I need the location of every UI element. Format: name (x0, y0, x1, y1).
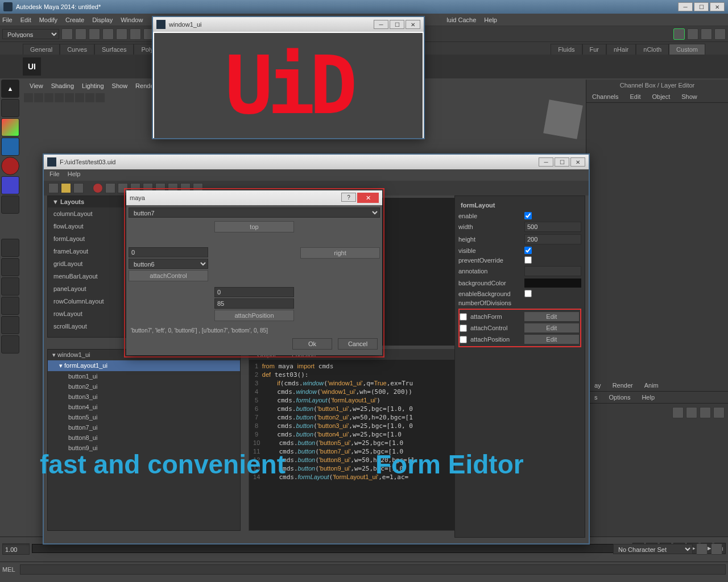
new-icon[interactable] (48, 183, 59, 193)
select-tool-icon[interactable]: ▲ (1, 80, 19, 98)
shelf-tab-fluids[interactable]: Fluids (551, 44, 582, 55)
view-menu-view[interactable]: View (30, 82, 43, 89)
menu-edit[interactable]: Edit (20, 16, 31, 23)
menu-help[interactable]: Help (484, 16, 497, 23)
chk-attachposition[interactable] (460, 336, 467, 343)
vp-icon[interactable] (55, 93, 64, 102)
right-button[interactable]: right (300, 247, 380, 259)
vp-icon[interactable] (75, 93, 84, 102)
tree-item[interactable]: button8_ui (48, 433, 240, 443)
close-icon[interactable]: ✕ (710, 2, 725, 11)
layout-hyper-icon[interactable] (1, 316, 19, 334)
ok-button[interactable]: Ok (292, 338, 332, 350)
shelf-tab-curves[interactable]: Curves (60, 44, 94, 55)
layout-four-icon[interactable] (1, 258, 19, 276)
view-menu-lighting[interactable]: Lighting (82, 82, 104, 89)
tree-item[interactable]: button2_ui (48, 381, 240, 392)
character-set-select[interactable]: No Character Set (613, 544, 693, 554)
tool-icon[interactable] (105, 183, 115, 193)
menu-file[interactable]: File (2, 16, 13, 23)
layout-item[interactable]: flowLayout (48, 220, 126, 232)
shelf-tab-general[interactable]: General (23, 44, 60, 55)
layout-script-icon[interactable] (1, 335, 19, 354)
attr-width[interactable] (524, 222, 581, 232)
layout-item[interactable]: menuBarLayout (48, 270, 126, 282)
attach-position-button[interactable]: attachPosition (214, 310, 294, 321)
tree-item[interactable]: button4_ui (48, 402, 240, 412)
left-value-input[interactable] (129, 247, 208, 257)
frame-current[interactable] (2, 544, 30, 555)
select-tool-icon[interactable] (130, 28, 141, 40)
save-icon[interactable] (73, 183, 84, 193)
layout-item[interactable]: paneLayout (48, 282, 126, 295)
edit-attachposition-button[interactable]: Edit (524, 335, 579, 344)
minimize-icon[interactable]: ─ (539, 157, 553, 167)
maximize-icon[interactable]: ☐ (390, 20, 404, 29)
lt-layers[interactable]: s (589, 392, 603, 403)
layout-item[interactable]: columnLayout (48, 207, 126, 220)
maximize-icon[interactable]: ☐ (694, 2, 709, 11)
uidtest-titlebar[interactable]: F:/uidTest/test03.uid ─ ☐ ✕ (44, 155, 589, 169)
autokey-icon[interactable] (696, 543, 708, 555)
shelf-tab-nhair[interactable]: nHair (606, 44, 636, 55)
render-icon[interactable] (673, 28, 685, 40)
minimize-icon[interactable]: ─ (678, 2, 693, 11)
chb-tab-edit[interactable]: Edit (624, 91, 646, 102)
window1-titlebar[interactable]: window1_ui ─ ☐ ✕ (153, 17, 424, 32)
edit-attachform-button[interactable]: Edit (524, 312, 579, 321)
view-menu-shading[interactable]: Shading (51, 82, 74, 89)
scale-tool-icon[interactable] (1, 176, 19, 194)
record-icon[interactable] (93, 183, 103, 193)
vp-icon[interactable] (96, 93, 105, 102)
attach-control-button[interactable]: attachControl (129, 270, 208, 281)
tree-item[interactable]: button7_ui (48, 422, 240, 433)
ipr-icon[interactable] (687, 28, 698, 40)
menu-cache[interactable]: luid Cache (446, 16, 476, 23)
lt-display[interactable]: ay (589, 380, 607, 391)
attr-enable[interactable] (524, 212, 532, 219)
shelf-tab-custom[interactable]: Custom (669, 44, 705, 55)
menu-modify[interactable]: Modify (39, 16, 57, 23)
tree-item[interactable]: button5_ui (48, 412, 240, 422)
file-new-icon[interactable] (61, 28, 73, 40)
lt-options[interactable]: Options (603, 392, 636, 403)
lt-help[interactable]: Help (636, 392, 660, 403)
file-save-icon[interactable] (89, 28, 100, 40)
close-icon[interactable]: ✕ (357, 193, 379, 203)
menu-create[interactable]: Create (65, 16, 84, 23)
help-icon[interactable]: ? (341, 193, 356, 202)
ui-shelf-button[interactable]: UI (23, 57, 41, 76)
time-slider[interactable] (32, 544, 630, 553)
layer-icon[interactable] (672, 407, 684, 418)
maya-dialog-titlebar[interactable]: maya ? ✕ (126, 190, 382, 205)
layout-item[interactable]: rowLayout (48, 307, 126, 320)
layer-icon[interactable] (713, 407, 725, 418)
redo-icon[interactable] (116, 28, 127, 40)
ut-menu-file[interactable]: File (49, 171, 60, 180)
file-open-icon[interactable] (75, 28, 86, 40)
menu-window[interactable]: Window (121, 16, 143, 23)
layout-item[interactable]: frameLayout (48, 245, 126, 257)
attr-prevent[interactable] (524, 256, 532, 264)
undo-icon[interactable] (102, 28, 114, 40)
chb-tab-show[interactable]: Show (676, 91, 703, 102)
vp-icon[interactable] (34, 93, 43, 102)
attr-annotation[interactable] (524, 266, 581, 276)
minimize-icon[interactable]: ─ (374, 20, 388, 29)
layouts-header[interactable]: ▼ Layouts (48, 196, 126, 207)
maximize-icon[interactable]: ☐ (555, 157, 569, 167)
layer-icon[interactable] (714, 28, 726, 40)
control-select[interactable]: button6 (129, 259, 208, 269)
vp-icon[interactable] (44, 93, 53, 102)
layout-single-icon[interactable] (1, 239, 19, 257)
move-tool-icon[interactable] (1, 138, 19, 156)
pos-value1-input[interactable] (214, 287, 294, 297)
tree-item[interactable]: button1_ui (48, 371, 240, 381)
shelf-tab-surfaces[interactable]: Surfaces (94, 44, 134, 55)
tree-item[interactable]: button3_ui (48, 392, 240, 402)
chb-tab-object[interactable]: Object (646, 91, 676, 102)
shelf-tab-ncloth[interactable]: nCloth (636, 44, 669, 55)
chk-attachcontrol[interactable] (460, 325, 467, 332)
prefs-icon[interactable] (711, 543, 722, 555)
command-input[interactable] (20, 564, 726, 575)
